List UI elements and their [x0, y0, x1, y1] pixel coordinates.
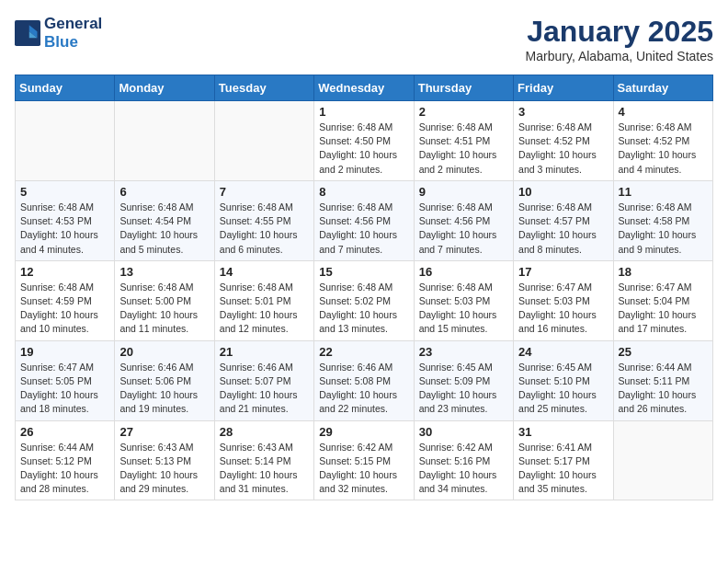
calendar-cell: 20Sunrise: 6:46 AM Sunset: 5:06 PM Dayli…	[115, 340, 214, 420]
day-info: Sunrise: 6:48 AM Sunset: 4:56 PM Dayligh…	[319, 201, 408, 257]
day-number: 3	[518, 105, 608, 119]
day-info: Sunrise: 6:48 AM Sunset: 5:01 PM Dayligh…	[220, 281, 309, 337]
calendar-cell: 2Sunrise: 6:48 AM Sunset: 4:51 PM Daylig…	[414, 101, 513, 181]
day-info: Sunrise: 6:48 AM Sunset: 5:00 PM Dayligh…	[119, 281, 209, 337]
day-info: Sunrise: 6:47 AM Sunset: 5:04 PM Dayligh…	[619, 281, 708, 337]
day-info: Sunrise: 6:48 AM Sunset: 4:50 PM Dayligh…	[319, 121, 408, 177]
calendar-cell: 9Sunrise: 6:48 AM Sunset: 4:56 PM Daylig…	[414, 180, 513, 260]
day-number: 27	[119, 425, 209, 439]
calendar-week-row: 5Sunrise: 6:48 AM Sunset: 4:53 PM Daylig…	[16, 180, 713, 260]
day-number: 17	[518, 265, 608, 279]
day-number: 11	[619, 185, 708, 199]
calendar-cell: 25Sunrise: 6:44 AM Sunset: 5:11 PM Dayli…	[613, 340, 712, 420]
calendar-cell: 30Sunrise: 6:42 AM Sunset: 5:16 PM Dayli…	[414, 420, 513, 500]
logo-text: General Blue	[44, 15, 102, 51]
calendar-cell: 29Sunrise: 6:42 AM Sunset: 5:15 PM Dayli…	[314, 420, 414, 500]
logo-icon	[15, 20, 40, 46]
day-number: 18	[619, 265, 708, 279]
logo: General Blue	[15, 15, 102, 51]
calendar-cell: 13Sunrise: 6:48 AM Sunset: 5:00 PM Dayli…	[115, 260, 214, 340]
calendar-cell: 27Sunrise: 6:43 AM Sunset: 5:13 PM Dayli…	[115, 420, 214, 500]
day-number: 23	[419, 345, 508, 359]
calendar-cell: 17Sunrise: 6:47 AM Sunset: 5:03 PM Dayli…	[514, 260, 613, 340]
day-number: 21	[220, 345, 309, 359]
calendar-cell: 8Sunrise: 6:48 AM Sunset: 4:56 PM Daylig…	[314, 180, 414, 260]
calendar-cell: 6Sunrise: 6:48 AM Sunset: 4:54 PM Daylig…	[115, 180, 214, 260]
day-info: Sunrise: 6:48 AM Sunset: 5:02 PM Dayligh…	[319, 281, 408, 337]
day-number: 24	[518, 345, 608, 359]
weekday-header: Sunday	[16, 75, 115, 101]
day-number: 26	[20, 425, 109, 439]
calendar-cell: 4Sunrise: 6:48 AM Sunset: 4:52 PM Daylig…	[613, 101, 712, 181]
weekday-header: Saturday	[613, 75, 712, 101]
calendar-cell	[115, 101, 214, 181]
day-info: Sunrise: 6:45 AM Sunset: 5:09 PM Dayligh…	[419, 361, 508, 417]
day-info: Sunrise: 6:48 AM Sunset: 4:59 PM Dayligh…	[20, 281, 109, 337]
day-info: Sunrise: 6:47 AM Sunset: 5:05 PM Dayligh…	[20, 361, 109, 417]
day-number: 30	[419, 425, 508, 439]
calendar-week-row: 26Sunrise: 6:44 AM Sunset: 5:12 PM Dayli…	[16, 420, 713, 500]
day-number: 7	[220, 185, 309, 199]
day-number: 2	[419, 105, 508, 119]
day-info: Sunrise: 6:48 AM Sunset: 4:53 PM Dayligh…	[20, 201, 109, 257]
day-number: 16	[419, 265, 508, 279]
day-number: 28	[220, 425, 309, 439]
calendar-table: SundayMondayTuesdayWednesdayThursdayFrid…	[15, 75, 713, 500]
title-block: January 2025 Marbury, Alabama, United St…	[526, 15, 713, 63]
day-info: Sunrise: 6:48 AM Sunset: 4:56 PM Dayligh…	[419, 201, 508, 257]
calendar-cell: 22Sunrise: 6:46 AM Sunset: 5:08 PM Dayli…	[314, 340, 414, 420]
day-info: Sunrise: 6:48 AM Sunset: 4:52 PM Dayligh…	[518, 121, 608, 177]
weekday-header: Thursday	[414, 75, 513, 101]
day-info: Sunrise: 6:48 AM Sunset: 4:55 PM Dayligh…	[220, 201, 309, 257]
day-number: 14	[220, 265, 309, 279]
location: Marbury, Alabama, United States	[526, 49, 713, 63]
calendar-cell	[613, 420, 712, 500]
weekday-header-row: SundayMondayTuesdayWednesdayThursdayFrid…	[16, 75, 713, 101]
calendar-cell: 19Sunrise: 6:47 AM Sunset: 5:05 PM Dayli…	[16, 340, 115, 420]
day-number: 22	[319, 345, 408, 359]
day-info: Sunrise: 6:48 AM Sunset: 4:52 PM Dayligh…	[619, 121, 708, 177]
day-number: 19	[20, 345, 109, 359]
weekday-header: Wednesday	[314, 75, 414, 101]
calendar-cell: 21Sunrise: 6:46 AM Sunset: 5:07 PM Dayli…	[214, 340, 313, 420]
page-header: General Blue January 2025 Marbury, Alaba…	[15, 15, 713, 63]
calendar-cell	[16, 101, 115, 181]
calendar-cell	[214, 101, 313, 181]
day-number: 29	[319, 425, 408, 439]
day-info: Sunrise: 6:48 AM Sunset: 4:57 PM Dayligh…	[518, 201, 608, 257]
calendar-cell: 26Sunrise: 6:44 AM Sunset: 5:12 PM Dayli…	[16, 420, 115, 500]
day-number: 4	[619, 105, 708, 119]
calendar-cell: 15Sunrise: 6:48 AM Sunset: 5:02 PM Dayli…	[314, 260, 414, 340]
calendar-cell: 10Sunrise: 6:48 AM Sunset: 4:57 PM Dayli…	[514, 180, 613, 260]
day-number: 13	[119, 265, 209, 279]
day-number: 5	[20, 185, 109, 199]
weekday-header: Friday	[514, 75, 613, 101]
day-info: Sunrise: 6:46 AM Sunset: 5:08 PM Dayligh…	[319, 361, 408, 417]
day-number: 25	[619, 345, 708, 359]
calendar-cell: 5Sunrise: 6:48 AM Sunset: 4:53 PM Daylig…	[16, 180, 115, 260]
day-info: Sunrise: 6:41 AM Sunset: 5:17 PM Dayligh…	[518, 441, 608, 497]
calendar-cell: 24Sunrise: 6:45 AM Sunset: 5:10 PM Dayli…	[514, 340, 613, 420]
day-number: 6	[119, 185, 209, 199]
calendar-cell: 18Sunrise: 6:47 AM Sunset: 5:04 PM Dayli…	[613, 260, 712, 340]
day-info: Sunrise: 6:48 AM Sunset: 4:51 PM Dayligh…	[419, 121, 508, 177]
day-info: Sunrise: 6:48 AM Sunset: 4:54 PM Dayligh…	[119, 201, 209, 257]
day-info: Sunrise: 6:43 AM Sunset: 5:13 PM Dayligh…	[119, 441, 209, 497]
day-number: 9	[419, 185, 508, 199]
calendar-cell: 31Sunrise: 6:41 AM Sunset: 5:17 PM Dayli…	[514, 420, 613, 500]
day-number: 31	[518, 425, 608, 439]
calendar-cell: 1Sunrise: 6:48 AM Sunset: 4:50 PM Daylig…	[314, 101, 414, 181]
calendar-cell: 16Sunrise: 6:48 AM Sunset: 5:03 PM Dayli…	[414, 260, 513, 340]
month-title: January 2025	[526, 15, 713, 49]
day-number: 10	[518, 185, 608, 199]
day-info: Sunrise: 6:46 AM Sunset: 5:06 PM Dayligh…	[119, 361, 209, 417]
day-info: Sunrise: 6:42 AM Sunset: 5:15 PM Dayligh…	[319, 441, 408, 497]
day-info: Sunrise: 6:42 AM Sunset: 5:16 PM Dayligh…	[419, 441, 508, 497]
day-info: Sunrise: 6:48 AM Sunset: 5:03 PM Dayligh…	[419, 281, 508, 337]
day-info: Sunrise: 6:48 AM Sunset: 4:58 PM Dayligh…	[619, 201, 708, 257]
day-info: Sunrise: 6:46 AM Sunset: 5:07 PM Dayligh…	[220, 361, 309, 417]
day-number: 20	[119, 345, 209, 359]
day-number: 15	[319, 265, 408, 279]
calendar-cell: 28Sunrise: 6:43 AM Sunset: 5:14 PM Dayli…	[214, 420, 313, 500]
day-info: Sunrise: 6:45 AM Sunset: 5:10 PM Dayligh…	[518, 361, 608, 417]
